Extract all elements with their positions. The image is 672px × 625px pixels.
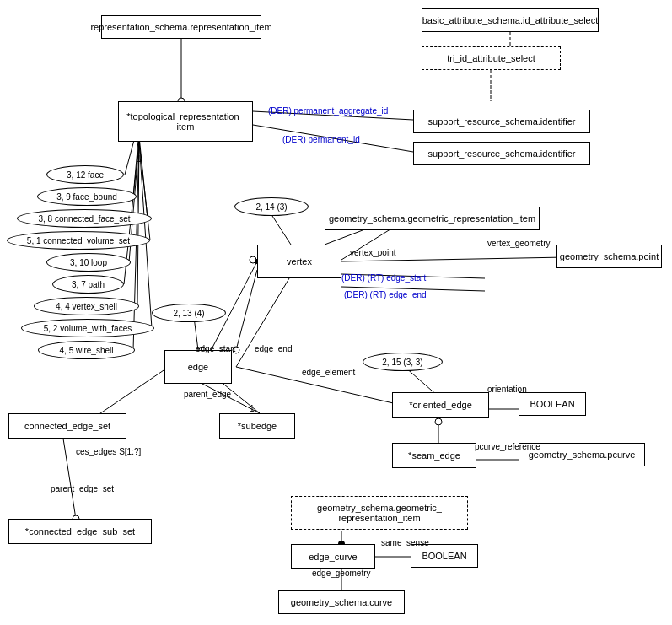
edge-box: edge bbox=[164, 350, 232, 384]
boolean-oriented-box: BOOLEAN bbox=[519, 392, 586, 416]
representation-item-box: representation_schema.representation_ite… bbox=[101, 15, 261, 39]
oval-2-14: 2, 14 (3) bbox=[234, 197, 309, 216]
pcurve-reference-label: pcurve_reference bbox=[475, 442, 540, 451]
same-sense-label: same_sense bbox=[381, 538, 429, 547]
der-rt-edge-end-label: (DER) (RT) edge_end bbox=[344, 290, 427, 299]
oval-3-10: 3, 10 loop bbox=[46, 253, 131, 272]
der-permanent-aggregate-label: (DER) permanent_aggregate_id bbox=[268, 106, 388, 116]
oval-2-13: 2, 13 (4) bbox=[152, 304, 226, 322]
edge-curve-box: edge_curve bbox=[291, 544, 375, 569]
seam-edge-box: *seam_edge bbox=[392, 443, 476, 468]
parent-edge-set-label: parent_edge_set bbox=[51, 484, 114, 493]
svg-line-7 bbox=[139, 137, 148, 218]
connected-edge-set-box: connected_edge_set bbox=[8, 413, 126, 439]
subedge-box: *subedge bbox=[219, 413, 295, 439]
svg-line-12 bbox=[139, 142, 152, 328]
edge-start-label: edge_start bbox=[196, 344, 235, 353]
oval-4-4: 4, 4 vertex_shell bbox=[34, 297, 139, 315]
oval-5-1: 5, 1 connected_volume_set bbox=[7, 231, 150, 250]
oval-2-15: 2, 15 (3, 3) bbox=[363, 353, 443, 371]
basic-attribute-select-box: basic_attribute_schema.id_attribute_sele… bbox=[422, 8, 599, 32]
diagram-container: 1 1 representation_schema.representation… bbox=[0, 0, 672, 625]
oval-3-7: 3, 7 path bbox=[52, 275, 124, 294]
der-rt-edge-start-label: (DER) (RT) edge_start bbox=[341, 273, 426, 283]
oval-5-2: 5, 2 volume_with_faces bbox=[21, 319, 154, 337]
svg-point-42 bbox=[435, 418, 442, 425]
geometry-curve-box: geometry_schema.curve bbox=[278, 590, 405, 614]
topological-rep-item-box: *topological_representation_ item bbox=[118, 101, 253, 142]
svg-text:1: 1 bbox=[137, 154, 142, 164]
support-schema-id1-box: support_resource_schema.identifier bbox=[413, 110, 590, 133]
vertex-box: vertex bbox=[257, 245, 341, 278]
oval-3-9: 3, 9 face_bound bbox=[37, 187, 137, 206]
geometry-rep-item-box: geometry_schema.geometric_representation… bbox=[325, 207, 540, 230]
svg-line-8 bbox=[139, 142, 150, 240]
tri-id-attribute-select-box: tri_id_attribute_select bbox=[422, 46, 561, 70]
geometry-geo-rep-item2-box: geometry_schema.geometric_ representatio… bbox=[291, 496, 468, 530]
ces-edges-label: ces_edges S[1:?] bbox=[76, 447, 141, 456]
support-schema-id2-box: support_resource_schema.identifier bbox=[413, 142, 590, 165]
svg-text:1: 1 bbox=[250, 404, 255, 413]
connected-edge-sub-set-box: *connected_edge_sub_set bbox=[8, 519, 152, 544]
svg-line-15 bbox=[325, 230, 363, 245]
oval-4-5: 4, 5 wire_shell bbox=[38, 341, 135, 359]
svg-line-36 bbox=[63, 439, 76, 519]
svg-point-38 bbox=[250, 256, 256, 263]
edge-geometry-label: edge_geometry bbox=[312, 568, 371, 578]
oriented-edge-box: *oriented_edge bbox=[392, 392, 489, 418]
svg-line-18 bbox=[236, 270, 257, 350]
oval-3-12: 3, 12 face bbox=[46, 165, 124, 184]
oval-3-8: 3, 8 connected_face_set bbox=[17, 209, 152, 228]
orientation-label: orientation bbox=[487, 385, 527, 394]
vertex-geometry-label: vertex_geometry bbox=[487, 239, 550, 248]
svg-line-14 bbox=[272, 216, 291, 245]
edge-element-label: edge_element bbox=[302, 368, 355, 377]
boolean-edge-box: BOOLEAN bbox=[411, 544, 478, 568]
geometry-point-box: geometry_schema.point bbox=[556, 245, 662, 268]
vertex-point-label: vertex_point bbox=[350, 248, 395, 257]
der-permanent-id-label: (DER) permanent_id bbox=[282, 135, 360, 144]
svg-line-17 bbox=[341, 257, 565, 261]
edge-end-label: edge_end bbox=[255, 344, 293, 353]
parent-edge-label: parent_edge bbox=[184, 390, 231, 399]
